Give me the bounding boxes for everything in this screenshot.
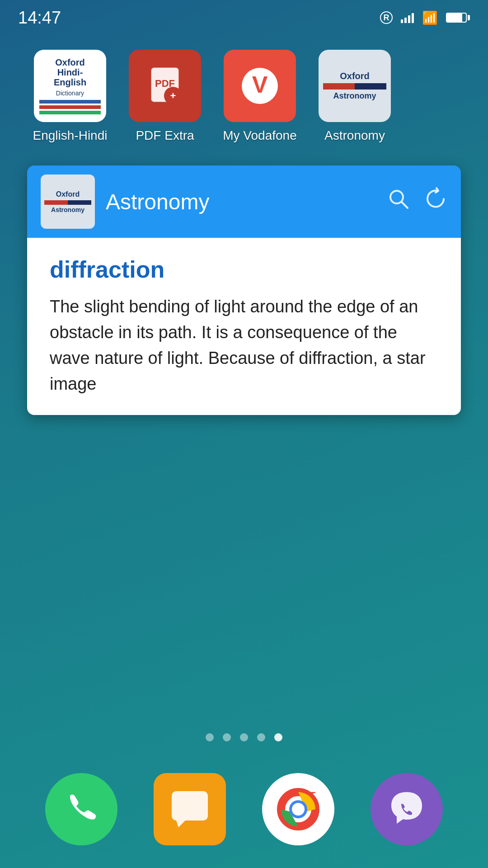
app-label-pdf-extra: PDF Extra xyxy=(136,128,194,143)
svg-line-9 xyxy=(402,202,408,208)
wifi-icon: 📶 xyxy=(422,10,438,25)
svg-point-15 xyxy=(292,803,305,816)
widget-body[interactable]: diffraction The slight bending of light … xyxy=(27,238,461,415)
svg-text:V: V xyxy=(252,71,268,98)
page-dot-3[interactable] xyxy=(257,733,265,741)
dock-item-viber[interactable] xyxy=(371,773,443,845)
status-bar: 14:47 R 📶 xyxy=(0,0,488,32)
page-dot-0[interactable] xyxy=(206,733,214,741)
widget-actions xyxy=(387,187,447,216)
page-dots xyxy=(0,733,488,741)
app-item-english-hindi[interactable]: OxfordHindi-EnglishDictionary English-Hi… xyxy=(27,50,113,143)
chrome-icon xyxy=(273,784,323,834)
app-item-vodafone[interactable]: V My Vodafone xyxy=(217,50,303,143)
app-label-vodafone: My Vodafone xyxy=(223,128,296,143)
viber-icon xyxy=(384,787,429,832)
app-icon-astronomy[interactable]: Oxford Astronomy xyxy=(319,50,391,122)
dock-item-chrome[interactable] xyxy=(262,773,334,845)
registered-icon: R xyxy=(380,11,393,24)
widget-app-icon: Oxford Astronomy xyxy=(41,175,95,229)
dock-item-messages[interactable] xyxy=(154,773,226,845)
widget-header: Oxford Astronomy Astronomy xyxy=(27,165,461,238)
app-label-english-hindi: English-Hindi xyxy=(33,128,108,143)
signal-icon xyxy=(401,12,414,23)
phone-icon xyxy=(61,789,102,830)
app-grid: OxfordHindi-EnglishDictionary English-Hi… xyxy=(0,32,488,152)
dock xyxy=(0,760,488,868)
status-icons: R 📶 xyxy=(380,10,470,25)
page-dot-2[interactable] xyxy=(240,733,248,741)
status-time: 14:47 xyxy=(18,8,61,28)
svg-rect-10 xyxy=(172,791,208,821)
word-title: diffraction xyxy=(50,256,438,283)
svg-text:+: + xyxy=(170,90,176,101)
refresh-icon[interactable] xyxy=(424,187,447,216)
svg-marker-11 xyxy=(176,821,185,827)
app-item-pdf-extra[interactable]: PDF + PDF Extra xyxy=(122,50,208,143)
app-icon-english-hindi[interactable]: OxfordHindi-EnglishDictionary xyxy=(34,50,106,122)
messages-icon xyxy=(167,787,212,832)
page-dot-4[interactable] xyxy=(274,733,282,741)
app-item-astronomy[interactable]: Oxford Astronomy Astronomy xyxy=(312,50,398,143)
battery-icon xyxy=(446,13,470,23)
app-icon-pdf-extra[interactable]: PDF + xyxy=(129,50,201,122)
dock-item-phone[interactable] xyxy=(45,773,117,845)
page-dot-1[interactable] xyxy=(223,733,231,741)
widget-card[interactable]: Oxford Astronomy Astronomy xyxy=(27,165,461,415)
search-icon[interactable] xyxy=(387,187,410,216)
app-label-astronomy: Astronomy xyxy=(324,128,385,143)
widget-title: Astronomy xyxy=(106,189,376,214)
word-definition: The slight bending of light around the e… xyxy=(50,294,438,397)
app-icon-vodafone[interactable]: V xyxy=(224,50,296,122)
